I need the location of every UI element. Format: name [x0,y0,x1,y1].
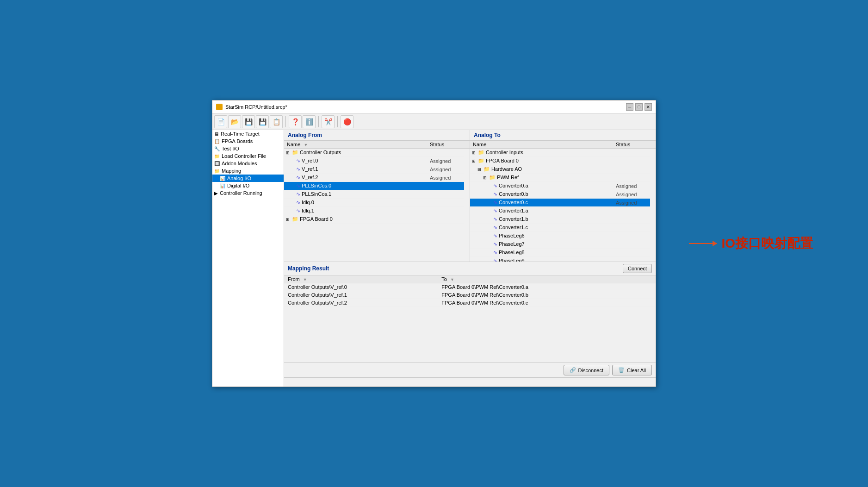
row-status [613,232,650,240]
analog-io-icon: 📊 [220,176,225,181]
export-button[interactable]: 📋 [270,115,283,128]
result-to: FPGA Board 0\PWM Ref\Converter0.b [438,291,656,299]
folder-icon: 📁 [214,169,220,174]
row-name: ∿PhaseLeg8 [470,249,613,257]
row-status [427,207,464,215]
bottom-buttons: 🔗 Disconnect 🗑️ Clear All [284,362,656,377]
analog-to-row[interactable]: ∿Converter0.a Assigned [470,182,656,190]
sidebar: 🖥 Real-Time Target 📋 FPGA Boards 🔧 Test … [212,130,284,387]
analog-to-status-col: Status [613,141,650,149]
analog-from-title: Analog From [284,130,470,141]
analog-from-row[interactable]: ∿Idlq.0 [284,199,470,207]
row-status: Assigned [613,199,650,207]
modules-icon: 🔲 [214,161,220,166]
sidebar-item-controller-running[interactable]: ▶ Controller Running [212,189,284,197]
analog-from-name-col: Name ▼ [284,141,427,149]
analog-from-row[interactable]: ∿Idlq.1 [284,207,470,215]
row-status [427,182,464,190]
row-name: ∿Converter0.b [470,190,613,199]
result-table-container[interactable]: From ▼ To ▼ Controller Outputs\V_ref.0 F… [284,275,656,362]
result-row[interactable]: Controller Outputs\V_ref.0 FPGA Board 0\… [284,283,656,291]
result-from: Controller Outputs\V_ref.0 [284,283,438,291]
analog-from-row[interactable]: ∿V_ref.2 Assigned [284,174,470,182]
analog-from-row[interactable]: ⊞ 📁Controller Outputs [284,149,470,157]
clear-all-button[interactable]: 🗑️ Clear All [612,365,652,375]
analog-from-row[interactable]: ⊞ 📁FPGA Board 0 [284,215,470,224]
row-name: ∿PhaseLeg9 [470,257,613,262]
analog-to-row[interactable]: ⊞ 📁FPGA Board 0 [470,157,656,165]
analog-to-row[interactable]: ⊞ 📁PWM Ref [470,174,656,182]
sidebar-item-test-io[interactable]: 🔧 Test I/O [212,145,284,152]
result-row[interactable]: Controller Outputs\V_ref.2 FPGA Board 0\… [284,299,656,307]
analog-from-row[interactable]: ∿V_ref.1 Assigned [284,165,470,174]
analog-to-scroll[interactable]: Name Status ⊞ 📁Controller Inputs ⊞ [470,141,656,262]
disconnect-button[interactable]: 🔗 Disconnect [564,365,609,375]
analog-to-row[interactable]: ∿PhaseLeg8 [470,249,656,257]
row-status [613,174,650,182]
info-button[interactable]: ℹ️ [303,115,316,128]
analog-to-row[interactable]: ⊞ 📁Hardware AO [470,165,656,174]
annotation: IO接口映射配置 [689,235,813,252]
analog-to-row[interactable]: ∿Converter1.c [470,224,656,232]
minimize-button[interactable]: ─ [626,103,633,111]
analog-to-row[interactable]: ∿Converter1.a [470,207,656,215]
analog-to-row[interactable]: ∿Converter0.c Assigned [470,199,656,207]
cut-button[interactable]: ✂️ [322,115,335,128]
result-from: Controller Outputs\V_ref.2 [284,299,438,307]
result-row[interactable]: Controller Outputs\V_ref.1 FPGA Board 0\… [284,291,656,299]
row-name: ∿PhaseLeg6 [470,232,613,240]
window-title: StarSim RCP/Untitled.srcp* [225,104,287,110]
sidebar-item-real-time-target[interactable]: 🖥 Real-Time Target [212,130,284,137]
sidebar-item-addon-modules[interactable]: 🔲 Addon Modules [212,160,284,167]
annotation-arrow [689,243,717,244]
run-icon: ▶ [214,191,218,196]
content-area: Analog From Name ▼ Status ⊞ [284,130,656,387]
new-button[interactable]: 📄 [214,115,227,128]
analog-from-row[interactable]: ∿V_ref.0 Assigned [284,157,470,165]
result-to: FPGA Board 0\PWM Ref\Converter0.a [438,283,656,291]
mapping-result-title: Mapping Result [288,265,329,272]
save-button[interactable]: 💾 [242,115,255,128]
analog-to-row[interactable]: ∿Converter0.b Assigned [470,190,656,199]
analog-from-panel: Analog From Name ▼ Status ⊞ [284,130,470,262]
analog-to-row[interactable]: ∿Converter1.b [470,215,656,224]
row-status [427,215,464,224]
row-status [613,207,650,215]
disconnect-icon: 🔗 [570,367,576,373]
analog-to-row[interactable]: ⊞ 📁Controller Inputs [470,149,656,157]
analog-to-row[interactable]: ∿PhaseLeg7 [470,240,656,249]
stop-button[interactable]: 🔴 [341,115,353,128]
open-button[interactable]: 📂 [228,115,241,128]
row-name: ⊞ 📁FPGA Board 0 [284,215,427,224]
title-bar: StarSim RCP/Untitled.srcp* ─ □ ✕ [212,100,656,113]
row-status: Assigned [613,182,650,190]
clear-all-icon: 🗑️ [618,367,625,373]
mapping-result-header: Mapping Result Connect [284,262,656,275]
analog-from-table: Name ▼ Status ⊞ 📁Controller Outputs [284,141,470,224]
analog-to-row[interactable]: ∿PhaseLeg9 [470,257,656,262]
row-name: ∿V_ref.0 [284,157,427,165]
row-name: ∿Idlq.1 [284,207,427,215]
sidebar-item-analog-io[interactable]: 📊 Analog I/O [212,175,284,182]
sidebar-item-load-controller[interactable]: 📁 Load Controller File [212,152,284,160]
analog-to-row[interactable]: ∿PhaseLeg6 [470,232,656,240]
result-to: FPGA Board 0\PWM Ref\Converter0.c [438,299,656,307]
analog-from-row[interactable]: ∿PLLSinCos.1 [284,190,470,199]
close-button[interactable]: ✕ [645,103,652,111]
sidebar-item-mapping[interactable]: 📁 Mapping [212,167,284,175]
row-status [427,149,464,157]
row-name: ∿Converter0.a [470,182,613,190]
row-name: ∿V_ref.2 [284,174,427,182]
sidebar-item-digital-io[interactable]: 📊 Digital I/O [212,182,284,189]
row-status [613,165,650,174]
maximize-button[interactable]: □ [635,103,643,111]
help-button[interactable]: ❓ [289,115,302,128]
connect-button[interactable]: Connect [623,264,652,273]
toolbar-separator2 [318,116,319,127]
analog-from-row[interactable]: ∿PLLSinCos.0 [284,182,470,190]
row-name: ∿PLLSinCos.1 [284,190,427,199]
save-as-button[interactable]: 💾 [256,115,269,128]
toolbar-separator [285,116,286,127]
sidebar-item-fpga-boards[interactable]: 📋 FPGA Boards [212,137,284,145]
analog-from-scroll[interactable]: Name ▼ Status ⊞ 📁Controller Outputs [284,141,470,262]
